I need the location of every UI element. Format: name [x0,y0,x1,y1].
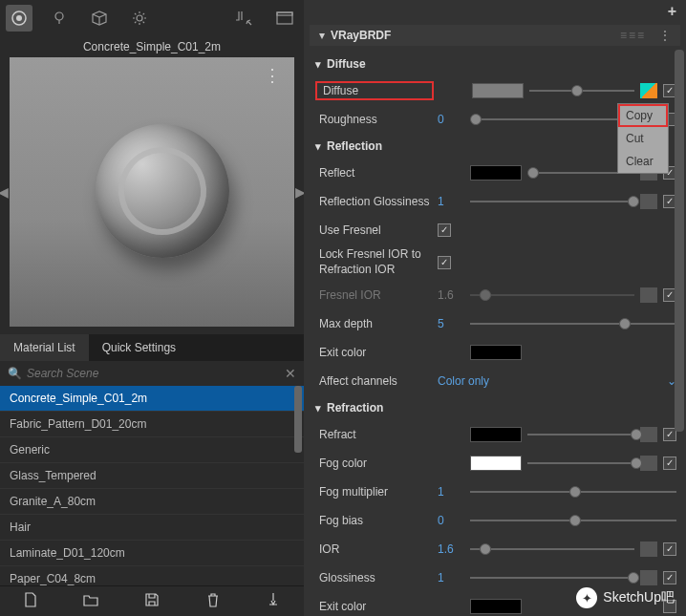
list-item[interactable]: Laminate_D01_120cm [0,541,304,566]
refl-exit-color-swatch[interactable] [470,345,522,360]
render-icon[interactable] [271,5,298,32]
refract-slider[interactable] [527,428,634,441]
use-fresnel-checkbox[interactable] [438,223,451,237]
section-refraction[interactable]: ▾Refraction [313,395,676,420]
list-item[interactable]: Granite_A_80cm [0,489,304,515]
open-icon[interactable] [82,593,99,609]
search-icon: 🔍 [8,367,22,380]
roughness-slider[interactable] [470,113,634,126]
fresnel-ior-label: Fresnel IOR [313,288,432,302]
purge-icon[interactable] [265,592,282,610]
material-preview: ⋮ [10,57,294,327]
search-input[interactable] [27,367,285,380]
settings-icon[interactable] [126,5,153,32]
add-layer-icon[interactable]: + [668,3,676,20]
fog-mult-value[interactable]: 1 [438,485,464,499]
refr-ior-value[interactable]: 1.6 [438,542,464,556]
chevron-down-icon: ▾ [315,402,321,414]
svg-rect-5 [277,12,292,24]
materials-icon[interactable] [6,5,32,32]
reflect-color-swatch[interactable] [470,165,522,181]
fresnel-ior-value: 1.6 [438,288,464,302]
refr-gloss-map-button[interactable] [640,570,657,585]
fog-slider[interactable] [527,457,634,470]
refl-gloss-label: Reflection Glossiness [313,195,432,208]
list-item[interactable]: Hair [0,515,304,541]
bottom-toolbar [0,585,304,616]
preview-prev-icon[interactable]: ◀ [0,184,9,200]
lock-ior-label: Lock Fresnel IOR to Refraction IOR [313,247,432,277]
new-icon[interactable] [22,592,39,610]
list-item[interactable]: Generic [0,437,304,463]
wechat-icon: ✦ [576,587,597,608]
refl-exit-label: Exit color [313,346,432,359]
fresnel-ior-map-button[interactable] [640,287,657,303]
refr-ior-label: IOR [313,542,432,556]
refl-gloss-map-button[interactable] [640,194,657,209]
context-cut[interactable]: Cut [618,127,668,150]
context-copy[interactable]: Copy [618,104,668,127]
fog-color-swatch[interactable] [470,456,522,471]
refr-exit-color-swatch[interactable] [470,599,522,614]
roughness-value[interactable]: 0 [438,113,464,126]
diffuse-map-button[interactable] [640,83,657,98]
refract-map-button[interactable] [640,427,657,442]
chevron-down-icon: ▾ [315,140,321,153]
refl-gloss-slider[interactable] [470,195,634,208]
fog-mult-slider[interactable] [470,485,676,499]
fog-bias-slider[interactable] [470,514,676,527]
refr-gloss-slider[interactable] [470,571,634,584]
refr-ior-slider[interactable] [470,542,634,556]
geometry-icon[interactable] [86,5,113,32]
refr-gloss-label: Glossiness [313,571,432,584]
refract-color-swatch[interactable] [470,427,522,442]
list-item[interactable]: Concrete_Simple_C01_2m [0,386,304,412]
search-clear-icon[interactable]: ✕ [285,366,296,381]
material-list: Concrete_Simple_C01_2m Fabric_Pattern_D0… [0,386,304,585]
list-scrollbar[interactable] [294,386,302,585]
svg-point-1 [16,15,22,21]
section-diffuse[interactable]: ▾Diffuse [313,52,676,76]
refract-label: Refract [313,428,432,441]
left-toolbar [0,0,304,36]
list-item[interactable]: Paper_C04_8cm [0,566,304,585]
chevron-down-icon: ▾ [315,58,321,71]
context-clear[interactable]: Clear [618,150,668,173]
refl-gloss-value[interactable]: 1 [438,195,464,208]
brdf-menu-icon[interactable]: ⋮ [659,29,671,42]
refr-gloss-value[interactable]: 1 [438,571,464,584]
svg-rect-6 [277,12,292,15]
right-scrollbar[interactable] [675,50,684,614]
preview-menu-icon[interactable]: ⋮ [264,65,281,86]
reflect-label: Reflect [313,166,432,180]
render-interactive-icon[interactable] [231,5,258,32]
tab-material-list[interactable]: Material List [0,334,89,361]
chevron-down-icon[interactable]: ▾ [319,29,325,42]
light-icon[interactable] [46,5,73,32]
refr-ior-map-button[interactable] [640,542,657,557]
max-depth-slider[interactable] [470,317,676,330]
refr-exit-label: Exit color [313,600,432,613]
svg-point-2 [55,12,63,20]
brdf-header[interactable]: ▾ VRayBRDF ≡≡≡ ⋮ [310,25,680,46]
delete-icon[interactable] [204,592,222,610]
max-depth-label: Max depth [313,317,432,330]
save-icon[interactable] [143,593,161,609]
diffuse-label: Diffuse [315,81,434,100]
drag-handle-icon[interactable]: ≡≡≡ [620,29,646,42]
left-tabs: Material List Quick Settings [0,334,304,361]
fog-map-button[interactable] [640,456,657,471]
roughness-label: Roughness [313,113,432,126]
lock-ior-checkbox[interactable] [438,256,451,269]
diffuse-slider[interactable] [529,84,634,97]
diffuse-color-swatch[interactable] [472,83,524,98]
list-item[interactable]: Fabric_Pattern_D01_20cm [0,412,304,437]
max-depth-value[interactable]: 5 [438,317,464,330]
fresnel-ior-slider [470,288,634,302]
list-item[interactable]: Glass_Tempered [0,463,304,489]
fog-bias-value[interactable]: 0 [438,514,464,527]
affect-channels-value[interactable]: Color only [438,374,504,388]
watermark: ✦ SketchUp吧 [576,587,675,608]
preview-title: Concrete_Simple_C01_2m [0,36,304,57]
tab-quick-settings[interactable]: Quick Settings [89,334,189,361]
